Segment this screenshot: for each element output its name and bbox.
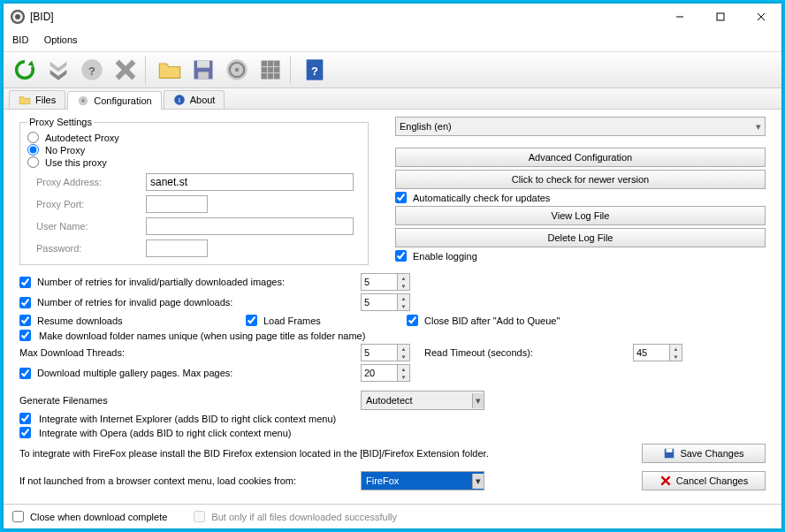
toolbar: ? ? xyxy=(4,51,781,88)
button-label: Save Changes xyxy=(680,448,743,459)
radio-label: Use this proxy xyxy=(45,157,107,168)
maximize-button[interactable] xyxy=(700,4,741,30)
save-changes-button[interactable]: Save Changes xyxy=(642,444,766,463)
gear-icon[interactable] xyxy=(221,54,253,86)
unique-folder-checkbox[interactable] xyxy=(19,330,31,341)
proxy-legend: Proxy Settings xyxy=(27,117,94,127)
select-value: Autodetect xyxy=(366,395,413,406)
retries-page-checkbox[interactable] xyxy=(19,297,31,308)
minimize-button[interactable] xyxy=(659,4,700,30)
proxy-port-input[interactable] xyxy=(146,195,208,213)
proxy-user-input[interactable] xyxy=(146,217,354,235)
svg-text:?: ? xyxy=(311,65,318,78)
folder-icon xyxy=(19,94,31,106)
svg-rect-10 xyxy=(198,72,209,79)
checkbox-label: Make download folder names unique (when … xyxy=(39,331,365,341)
integrate-opera-checkbox[interactable] xyxy=(19,427,31,438)
checkbox-label: Integrate with Internet Explorer (adds B… xyxy=(39,414,336,424)
gen-filenames-label: Generate Filenames xyxy=(19,395,355,406)
download-icon[interactable] xyxy=(42,54,74,86)
view-log-button[interactable]: View Log File xyxy=(395,206,766,225)
button-label: Cancel Changes xyxy=(676,475,748,486)
folder-icon[interactable] xyxy=(154,54,186,86)
radio-use-this-proxy[interactable] xyxy=(27,156,39,168)
only-if-success-checkbox xyxy=(194,511,205,522)
svg-text:i: i xyxy=(179,97,180,103)
tab-about[interactable]: iAbout xyxy=(164,90,225,109)
proxy-user-label: User Name: xyxy=(36,221,125,232)
load-frames-checkbox[interactable] xyxy=(246,315,257,326)
max-threads-spinner[interactable]: ▲▼ xyxy=(361,344,410,361)
delete-log-button[interactable]: Delete Log File xyxy=(395,228,766,247)
window-title: [BID] xyxy=(30,11,659,23)
max-threads-label: Max Download Threads: xyxy=(19,347,355,358)
svg-rect-26 xyxy=(667,449,673,452)
save-icon xyxy=(663,447,675,460)
language-select[interactable]: English (en) xyxy=(395,117,766,136)
proxy-settings-group: Proxy Settings Autodetect Proxy No Proxy… xyxy=(19,117,369,265)
toolbar-separator xyxy=(290,56,295,84)
menu-bid[interactable]: BID xyxy=(12,34,28,45)
help-icon[interactable]: ? xyxy=(76,54,108,86)
checkbox-label: Number of retries for invalid/partially … xyxy=(37,277,285,287)
read-timeout-spinner[interactable]: ▲▼ xyxy=(633,344,682,361)
tab-label: Configuration xyxy=(94,95,151,106)
multi-gallery-checkbox[interactable] xyxy=(19,368,31,379)
radio-label: Autodetect Proxy xyxy=(45,133,119,143)
tab-configuration[interactable]: Configuration xyxy=(67,91,161,110)
menu-options[interactable]: Options xyxy=(44,34,78,45)
enable-logging-checkbox[interactable] xyxy=(395,250,407,262)
svg-rect-9 xyxy=(197,61,210,68)
cancel-changes-button[interactable]: Cancel Changes xyxy=(642,471,766,490)
svg-rect-1 xyxy=(717,13,724,20)
save-icon[interactable] xyxy=(187,54,219,86)
firefox-note: To integrate with FireFox please install… xyxy=(19,448,636,459)
proxy-address-input[interactable] xyxy=(146,173,354,191)
cookies-label: If not launched from a browser context m… xyxy=(19,475,355,486)
gen-filenames-select[interactable]: Autodetect xyxy=(361,391,484,410)
integrate-ie-checkbox[interactable] xyxy=(19,413,31,424)
radio-no-proxy[interactable] xyxy=(27,144,39,156)
check-version-button[interactable]: Click to check for newer version xyxy=(395,170,766,189)
proxy-port-label: Proxy Port: xyxy=(36,199,125,209)
resume-checkbox[interactable] xyxy=(19,315,31,326)
close-when-complete-checkbox[interactable] xyxy=(12,511,24,522)
tabbar: Files Configuration iAbout xyxy=(4,88,781,110)
cancel-icon xyxy=(659,475,672,487)
gear-icon xyxy=(77,95,89,107)
multi-gallery-spinner[interactable]: ▲▼ xyxy=(361,364,410,382)
grid-icon[interactable] xyxy=(255,54,286,86)
spin-input[interactable] xyxy=(633,344,670,361)
spin-input[interactable] xyxy=(361,344,398,361)
close-button[interactable] xyxy=(741,4,781,30)
proxy-address-label: Proxy Address: xyxy=(36,177,125,187)
info-icon: i xyxy=(173,94,186,106)
radio-label: No Proxy xyxy=(45,145,85,156)
spin-input[interactable] xyxy=(361,293,398,311)
refresh-icon[interactable] xyxy=(9,54,41,86)
advanced-config-button[interactable]: Advanced Configuration xyxy=(395,148,766,167)
tab-files[interactable]: Files xyxy=(9,90,65,109)
cookies-select[interactable]: FireFox xyxy=(361,471,484,490)
about-icon[interactable]: ? xyxy=(299,54,331,86)
retries-img-checkbox[interactable] xyxy=(19,277,31,288)
checkbox-label: Download multiple gallery pages. Max pag… xyxy=(37,368,232,378)
menubar: BID Options xyxy=(4,30,781,51)
spin-input[interactable] xyxy=(361,273,398,291)
checkbox-label: Resume downloads xyxy=(37,315,123,326)
close-after-queue-checkbox[interactable] xyxy=(407,315,418,326)
proxy-pass-input[interactable] xyxy=(146,239,208,257)
checkbox-label: But only if all files downloaded success… xyxy=(211,512,397,522)
delete-icon[interactable] xyxy=(110,54,141,86)
auto-update-checkbox[interactable] xyxy=(395,192,407,203)
checkbox-label: Close when download complete xyxy=(30,512,167,522)
toolbar-separator xyxy=(145,56,150,84)
spin-input[interactable] xyxy=(361,364,398,382)
radio-autodetect-proxy[interactable] xyxy=(27,132,39,143)
checkbox-label: Close BID after "Add to Queue" xyxy=(424,315,560,326)
retries-img-spinner[interactable]: ▲▼ xyxy=(361,273,410,291)
statusbar: Close when download complete But only if… xyxy=(4,504,781,528)
retries-page-spinner[interactable]: ▲▼ xyxy=(361,293,410,311)
read-timeout-label: Read Timeout (seconds): xyxy=(424,347,628,358)
titlebar: [BID] xyxy=(4,4,781,30)
